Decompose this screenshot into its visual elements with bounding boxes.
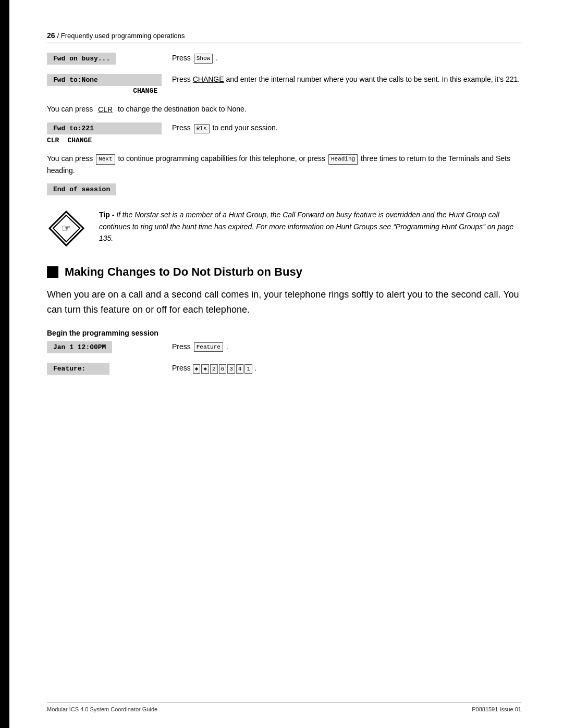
heading-key: Heading bbox=[328, 154, 358, 165]
instruction-col-6: Press ✱ ✱ 2 6 3 4 1 . bbox=[162, 363, 521, 374]
tip-icon: ☞ bbox=[47, 209, 89, 250]
instruction-col-2: Press CHANGE and enter the internal numb… bbox=[162, 74, 521, 85]
change-key-link: CHANGE bbox=[193, 75, 224, 83]
screen-row-2: Fwd to:None CHANGE Press CHANGE and ente… bbox=[47, 74, 521, 95]
left-bar bbox=[0, 0, 9, 728]
screen-label-row: CLR CHANGE bbox=[47, 137, 162, 144]
section-heading-text: Making Changes to Do Not Disturb on Busy bbox=[65, 265, 302, 279]
screen-col-3: Fwd to:221 CLR CHANGE bbox=[47, 122, 162, 144]
footer-right: P0881591 Issue 01 bbox=[472, 706, 521, 712]
tip-text: Tip - If the Norstar set is a member of … bbox=[99, 209, 521, 244]
clr-key: CLR bbox=[96, 104, 115, 115]
instruction-col-5: Press Feature . bbox=[162, 341, 521, 352]
screen-display-2: Fwd to:None bbox=[47, 74, 162, 86]
screen-col-6: Feature: bbox=[47, 363, 162, 376]
tip-section: ☞ Tip - If the Norstar set is a member o… bbox=[47, 209, 521, 250]
key-star-1: ✱ bbox=[193, 364, 201, 374]
page-footer: Modular ICS 4.0 System Coordinator Guide… bbox=[47, 702, 521, 712]
rls-key: Rls bbox=[194, 124, 210, 134]
instruction-col-3: Press Rls to end your session. bbox=[162, 122, 521, 133]
svg-text:☞: ☞ bbox=[62, 223, 71, 234]
screen-display-1: Fwd on busy... bbox=[47, 53, 116, 65]
key-6: 6 bbox=[219, 364, 227, 374]
instruction-col-1: Press Show . bbox=[162, 53, 521, 64]
section-intro: When you are on a call and a second call… bbox=[47, 287, 521, 317]
begin-heading: Begin the programming session bbox=[47, 329, 521, 337]
screen-display-4: End of session bbox=[47, 183, 116, 195]
show-key: Show bbox=[194, 54, 213, 64]
feature-key: Feature bbox=[194, 342, 223, 352]
tip-bold-label: Tip - bbox=[99, 211, 114, 219]
clr-paragraph: You can press CLR to change the destinat… bbox=[47, 103, 521, 115]
footer-left: Modular ICS 4.0 System Coordinator Guide bbox=[47, 706, 157, 712]
key-2: 2 bbox=[210, 364, 218, 374]
page-number: 26 bbox=[47, 31, 55, 40]
screen-display-6: Feature: bbox=[47, 363, 109, 375]
screen-row-6: Feature: Press ✱ ✱ 2 6 3 4 1 . bbox=[47, 363, 521, 376]
key-suffix-1: . bbox=[216, 54, 218, 62]
instruction-text-1: Press bbox=[172, 54, 191, 62]
key-1: 1 bbox=[244, 364, 252, 374]
page-header-title: / Frequently used programming operations bbox=[57, 32, 185, 40]
screen-row-3: Fwd to:221 CLR CHANGE Press Rls to end y… bbox=[47, 122, 521, 144]
screen-row-5: Jan 1 12:00PM Press Feature . bbox=[47, 341, 521, 354]
screen-row-1: Fwd on busy... Press Show . bbox=[47, 53, 521, 66]
feature-key-sequence: ✱ ✱ 2 6 3 4 1 bbox=[193, 364, 252, 374]
key-star-2: ✱ bbox=[201, 364, 209, 374]
section-heading: Making Changes to Do Not Disturb on Busy bbox=[47, 265, 521, 279]
screen-col-2: Fwd to:None CHANGE bbox=[47, 74, 162, 95]
screen-col-1: Fwd on busy... bbox=[47, 53, 162, 66]
section-heading-square bbox=[47, 266, 58, 278]
change-label-2: CHANGE bbox=[133, 87, 157, 95]
key-3: 3 bbox=[227, 364, 235, 374]
screen-row-4: End of session bbox=[47, 183, 521, 196]
page-header: 26 / Frequently used programming operati… bbox=[47, 31, 521, 43]
screen-display-5: Jan 1 12:00PM bbox=[47, 341, 112, 353]
screen-col-5: Jan 1 12:00PM bbox=[47, 341, 162, 354]
next-key: Next bbox=[96, 154, 115, 165]
next-heading-paragraph: You can press Next to continue programmi… bbox=[47, 153, 521, 176]
screen-display-3: Fwd to:221 bbox=[47, 122, 162, 134]
key-4: 4 bbox=[236, 364, 244, 374]
screen-col-4: End of session bbox=[47, 183, 162, 196]
